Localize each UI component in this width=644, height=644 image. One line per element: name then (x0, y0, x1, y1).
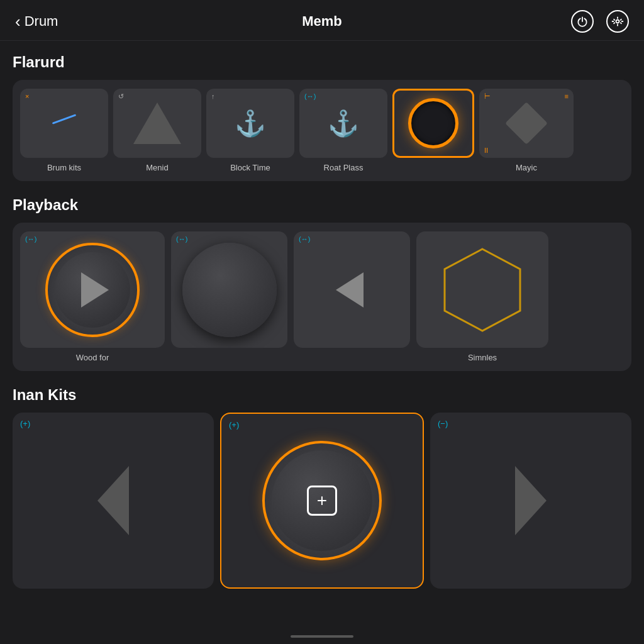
playback-item-plain[interactable]: (↔) (171, 231, 287, 362)
playback-label-woodfor: Wood for (76, 353, 109, 362)
header-actions (571, 10, 629, 33)
flarurd-label-active (432, 163, 435, 172)
brush-shape (45, 111, 83, 136)
card-corner-mayic-tl: ⊢ (484, 92, 491, 101)
main-content: Flarurd × Brum kits ↺ Menid (0, 41, 644, 589)
inan-tag-center: (+) (229, 420, 239, 430)
flarurd-item-mayic[interactable]: ⊢ ≡ II Mayic (479, 89, 574, 172)
card-corner-roat: (↔) (304, 92, 316, 100)
inan-card-left[interactable]: (+) (13, 413, 214, 589)
inankits-section: (+) (+) + (−) (13, 413, 631, 589)
flarurd-section: × Brum kits ↺ Menid ↑ ⚓ Block Time (13, 80, 631, 181)
card-corner-tl-menid: ↺ (118, 92, 124, 101)
playback-item-woodfor[interactable]: (↔) Wood for (20, 231, 165, 362)
inan-tag-left: (+) (20, 419, 30, 428)
inan-card-right[interactable]: (−) (430, 413, 631, 589)
flarurd-label-menid: Menid (146, 163, 168, 172)
arr-right-bot (515, 501, 547, 535)
card-corner-mayic-bl: II (484, 147, 488, 154)
arr-right-top (515, 466, 547, 501)
flarurd-item-active[interactable] (392, 89, 474, 172)
playback-card-back: (↔) (294, 231, 410, 348)
inan-big-knob[interactable]: + (262, 441, 382, 560)
back-button[interactable]: ‹ Drum (15, 12, 58, 31)
inankits-items-list: (+) (+) + (−) (13, 413, 631, 589)
playback-items-list: (↔) Wood for (↔) (20, 231, 624, 362)
flarurd-card-active (392, 89, 474, 158)
plain-knob[interactable] (182, 243, 277, 337)
settings-power-button[interactable] (606, 10, 629, 33)
chevron-left-icon: ‹ (15, 12, 21, 31)
flarurd-title: Flarurd (13, 53, 631, 71)
playback-label-plain (228, 353, 231, 362)
circle-orange-shape (408, 98, 458, 148)
flarurd-label-brumkits: Brum kits (47, 163, 81, 172)
header-title: Memb (302, 13, 342, 30)
anchor-shape: ⚓ (235, 109, 266, 138)
flarurd-item-roatplass[interactable]: (↔) ⚓ Roat Plass (299, 89, 387, 172)
playback-card-woodfor: (↔) (20, 231, 165, 348)
plain-tag: (↔) (176, 235, 187, 243)
chevron-right-shape (515, 466, 547, 535)
card-corner-tl: × (25, 92, 29, 100)
flarurd-card-roatplass: (↔) ⚓ (299, 89, 387, 158)
card-corner-blocktime: ↑ (211, 92, 215, 100)
flarurd-label-mayic: Mayic (516, 163, 537, 172)
playback-title: Playback (13, 196, 631, 214)
flarurd-card-mayic: ⊢ ≡ II (479, 89, 574, 158)
playback-section: (↔) Wood for (↔) (13, 223, 631, 371)
flarurd-item-menid[interactable]: ↺ Menid (113, 89, 201, 172)
svg-marker-1 (445, 249, 520, 331)
flarurd-card-menid: ↺ (113, 89, 201, 158)
header: ‹ Drum Memb (0, 0, 644, 41)
chevron-left-shape (97, 466, 129, 535)
inan-knob-inner: + (272, 450, 372, 551)
plus-box-icon: + (307, 486, 337, 516)
flarurd-card-blocktime: ↑ ⚓ (206, 89, 294, 158)
diamond-shape (505, 102, 548, 145)
inan-card-center[interactable]: (+) + (220, 413, 424, 589)
flarurd-card-brumkits: × (20, 89, 108, 158)
triangle-shape (133, 103, 181, 144)
woodfor-tag: (↔) (25, 235, 36, 243)
playback-item-back[interactable]: (↔) (294, 231, 410, 362)
flarurd-item-blocktime[interactable]: ↑ ⚓ Block Time (206, 89, 294, 172)
inankits-title: Inan Kits (13, 386, 631, 404)
flarurd-item-brumkits[interactable]: × Brum kits (20, 89, 108, 172)
playback-label-simnles: Simnles (468, 353, 497, 362)
back-label: Drum (25, 13, 58, 30)
flarurd-label-blocktime: Block Time (230, 163, 270, 172)
back-triangle-icon (336, 272, 364, 308)
power-button[interactable] (571, 10, 594, 33)
hex-shape (435, 243, 530, 337)
arr-bot (97, 501, 129, 535)
anchor-shape-2: ⚓ (328, 109, 359, 138)
card-corner-mayic-tr: ≡ (565, 92, 569, 100)
play-triangle-icon (81, 272, 109, 308)
playback-label-back (351, 353, 353, 362)
scroll-indicator (291, 635, 353, 638)
playback-card-simnles (416, 231, 548, 348)
playback-card-plain: (↔) (171, 231, 287, 348)
flarurd-items-list: × Brum kits ↺ Menid ↑ ⚓ Block Time (20, 89, 624, 172)
play-knob-inner (55, 252, 130, 328)
playback-item-simnles[interactable]: Simnles (416, 231, 548, 362)
arr-top (97, 466, 129, 501)
play-knob[interactable] (45, 243, 140, 337)
back-tag: (↔) (299, 235, 310, 243)
inan-tag-right: (−) (438, 419, 448, 428)
svg-point-0 (616, 20, 619, 23)
flarurd-label-roatplass: Roat Plass (324, 163, 364, 172)
